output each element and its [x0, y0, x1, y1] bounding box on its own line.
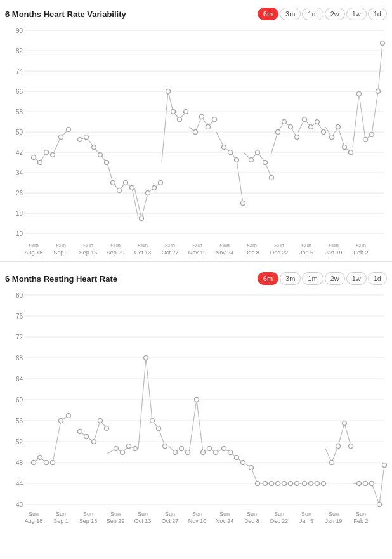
svg-point-107 [276, 130, 280, 135]
svg-text:26: 26 [16, 190, 23, 197]
svg-point-251 [263, 482, 268, 486]
rhr-btn-1d[interactable]: 1d [368, 272, 387, 285]
svg-text:Nov 10: Nov 10 [188, 518, 207, 524]
svg-text:Aug 18: Aug 18 [25, 249, 43, 256]
svg-point-78 [78, 138, 82, 142]
svg-text:Sep 29: Sep 29 [107, 249, 125, 256]
svg-text:40: 40 [16, 501, 23, 508]
rhr-header: 6 Months Resting Heart Rate 6m 3m 1m 2w … [5, 272, 387, 285]
svg-line-178 [94, 421, 100, 442]
rhr-title: 6 Months Resting Heart Rate [5, 274, 117, 284]
rhr-btn-1w[interactable]: 1w [346, 272, 367, 285]
svg-point-122 [376, 89, 381, 94]
svg-line-217 [372, 483, 379, 504]
svg-point-266 [363, 482, 368, 486]
svg-text:Sep 1: Sep 1 [53, 249, 69, 256]
svg-text:90: 90 [16, 27, 23, 34]
svg-point-97 [206, 125, 211, 129]
svg-point-114 [322, 130, 326, 135]
svg-line-191 [189, 400, 197, 452]
hrv-btn-6m[interactable]: 6m [258, 8, 278, 20]
svg-text:Sep 29: Sep 29 [107, 518, 125, 524]
svg-text:Dec 22: Dec 22 [270, 518, 289, 524]
svg-line-40 [168, 91, 173, 112]
svg-line-70 [372, 91, 378, 135]
svg-point-229 [105, 426, 109, 431]
rhr-btn-6m[interactable]: 6m [258, 272, 278, 285]
svg-text:34: 34 [16, 169, 23, 176]
svg-point-259 [315, 482, 320, 486]
svg-text:Sun: Sun [247, 242, 257, 249]
svg-point-233 [133, 447, 138, 451]
svg-point-99 [222, 145, 226, 150]
svg-text:Sun: Sun [274, 242, 284, 249]
svg-text:Sun: Sun [83, 242, 93, 249]
svg-point-72 [32, 155, 36, 160]
svg-text:66: 66 [16, 88, 23, 95]
hrv-btn-1m[interactable]: 1m [302, 8, 323, 20]
svg-text:Sun: Sun [247, 511, 257, 517]
svg-point-82 [105, 161, 109, 165]
svg-point-81 [98, 153, 103, 157]
svg-point-230 [114, 447, 119, 451]
svg-text:72: 72 [16, 334, 23, 341]
svg-text:Sep 15: Sep 15 [79, 518, 98, 524]
hrv-title: 6 Months Heart Rate Variability [5, 10, 126, 19]
svg-line-213 [344, 423, 351, 446]
hrv-btn-2w[interactable]: 2w [325, 8, 345, 20]
svg-point-254 [282, 482, 287, 486]
svg-line-55 [271, 132, 278, 155]
svg-point-106 [270, 176, 274, 180]
svg-point-104 [256, 150, 260, 155]
svg-point-76 [59, 135, 63, 140]
svg-line-192 [197, 400, 203, 452]
hrv-header: 6 Months Heart Rate Variability 6m 3m 1m… [5, 8, 387, 20]
svg-point-234 [144, 356, 148, 360]
svg-text:Sun: Sun [356, 242, 366, 249]
rhr-btn-3m[interactable]: 3m [280, 272, 301, 285]
svg-text:74: 74 [16, 68, 23, 75]
svg-text:Jan 5: Jan 5 [299, 518, 313, 524]
svg-point-250 [256, 482, 260, 486]
hrv-time-buttons: 6m 3m 1m 2w 1w 1d [258, 8, 387, 20]
svg-text:Dec 8: Dec 8 [244, 249, 259, 256]
svg-point-267 [370, 482, 374, 486]
svg-point-236 [157, 426, 161, 431]
svg-point-221 [44, 461, 49, 465]
svg-point-83 [111, 181, 115, 185]
svg-point-101 [235, 158, 239, 162]
svg-text:Dec 8: Dec 8 [244, 518, 259, 524]
svg-point-93 [178, 117, 182, 122]
svg-point-90 [159, 181, 163, 185]
svg-point-219 [32, 461, 36, 465]
hrv-btn-3m[interactable]: 3m [280, 8, 301, 20]
svg-text:64: 64 [16, 376, 23, 383]
rhr-btn-1m[interactable]: 1m [302, 272, 323, 285]
svg-text:Nov 24: Nov 24 [216, 249, 234, 256]
svg-line-67 [353, 94, 359, 147]
svg-point-118 [349, 150, 353, 155]
svg-text:Sun: Sun [83, 511, 93, 517]
svg-point-222 [51, 461, 55, 465]
svg-point-231 [121, 450, 125, 455]
svg-point-77 [67, 128, 71, 132]
svg-point-225 [78, 430, 82, 434]
svg-text:Sun: Sun [301, 511, 311, 517]
svg-line-50 [237, 160, 243, 203]
svg-point-243 [207, 447, 212, 451]
svg-text:Sun: Sun [29, 242, 39, 249]
svg-point-226 [84, 435, 89, 439]
svg-text:56: 56 [16, 418, 23, 424]
svg-point-252 [270, 482, 274, 486]
rhr-btn-2w[interactable]: 2w [325, 272, 345, 285]
svg-point-263 [343, 421, 347, 426]
svg-point-89 [152, 186, 157, 190]
svg-point-264 [349, 444, 353, 449]
svg-point-257 [303, 482, 307, 486]
svg-point-110 [295, 135, 299, 140]
svg-point-109 [289, 125, 293, 129]
svg-point-238 [173, 450, 178, 455]
svg-text:Sun: Sun [138, 511, 148, 517]
hrv-btn-1d[interactable]: 1d [368, 8, 387, 20]
hrv-btn-1w[interactable]: 1w [346, 8, 367, 20]
